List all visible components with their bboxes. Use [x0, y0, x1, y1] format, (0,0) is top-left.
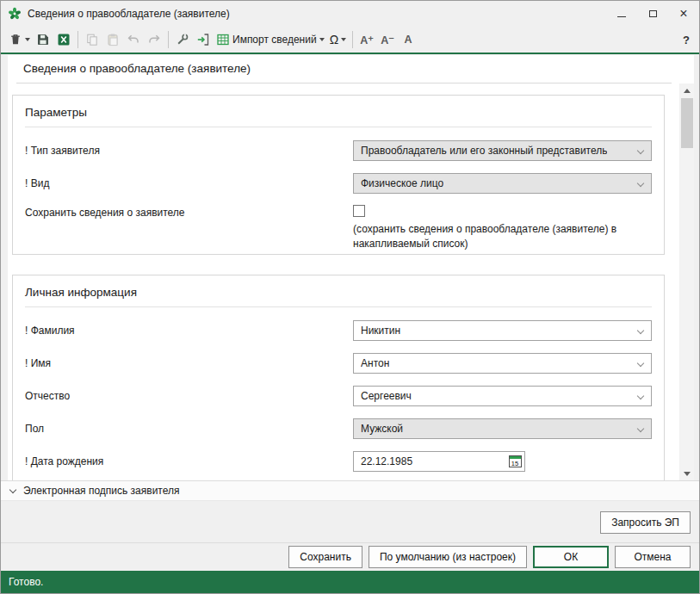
calendar-icon: 15 — [509, 455, 522, 467]
kind-dropdown[interactable]: Физическое лицо — [353, 173, 652, 194]
toolbar-separator — [77, 31, 78, 48]
signature-section-header[interactable]: Электронная подпись заявителя — [1, 480, 699, 501]
chevron-down-icon — [637, 425, 644, 432]
titlebar[interactable]: Сведения о правообладателе (заявителе) × — [1, 1, 699, 27]
patronymic-value: Сергеевич — [361, 390, 412, 402]
scroll-down-button[interactable] — [680, 467, 694, 480]
group-parameters-title: Параметры — [25, 96, 652, 119]
group-title-divider — [25, 306, 652, 307]
font-increase-icon: А⁺ — [360, 34, 374, 46]
defaults-button[interactable]: По умолчанию (из настроек) — [369, 546, 527, 568]
group-parameters: Параметры ! Тип заявителя Правообладател… — [12, 95, 665, 255]
save-applicant-control: (сохранить сведения о правообладателе (з… — [353, 205, 652, 251]
dropdown-caret-icon — [25, 38, 30, 41]
tools-button[interactable] — [172, 29, 193, 50]
save-applicant-label: Сохранить сведения о заявителе — [25, 205, 353, 219]
undo-button[interactable] — [123, 29, 144, 50]
applicant-type-label: ! Тип заявителя — [25, 145, 353, 157]
status-bar: Готово. — [1, 571, 699, 593]
help-button[interactable]: ? — [683, 34, 690, 46]
cancel-button[interactable]: Отмена — [615, 546, 691, 568]
minimize-button[interactable] — [606, 1, 637, 27]
undo-icon — [127, 33, 140, 46]
birthdate-label: ! Дата рождения — [25, 455, 353, 467]
lastname-label: ! Фамилия — [25, 325, 353, 337]
vertical-scrollbar[interactable] — [680, 84, 694, 480]
calendar-icon-day: 15 — [510, 461, 521, 467]
dropdown-caret-icon — [341, 38, 346, 41]
chevron-down-icon — [637, 147, 644, 154]
lastname-combobox[interactable]: Никитин — [353, 320, 652, 341]
maximize-icon — [649, 10, 657, 17]
form-row: ! Имя Антон — [25, 347, 652, 380]
birthdate-value: 22.12.1985 — [361, 455, 412, 467]
import-data-menu-button[interactable]: Импорт сведений — [214, 29, 327, 50]
wrench-icon — [176, 33, 189, 46]
import-icon — [196, 33, 210, 46]
copy-button[interactable] — [82, 29, 102, 50]
trash-icon — [9, 33, 22, 46]
scrollbar-thumb[interactable] — [681, 98, 693, 148]
form-row: Отчество Сергеевич — [25, 380, 652, 412]
redo-icon — [147, 33, 161, 46]
clear-button[interactable] — [6, 29, 33, 50]
form-scroll-area: Параметры ! Тип заявителя Правообладател… — [8, 84, 679, 480]
copy-icon — [85, 33, 99, 46]
form-row: ! Тип заявителя Правообладатель или его … — [25, 134, 652, 167]
patronymic-label: Отчество — [25, 390, 353, 402]
gender-dropdown[interactable]: Мужской — [353, 418, 652, 439]
page-header-panel: Сведения о правообладателе (заявителе) — [8, 55, 694, 84]
chevron-down-icon — [637, 180, 644, 187]
toolbar-separator — [352, 31, 353, 48]
toolbar-separator — [168, 31, 169, 48]
group-title-divider — [25, 127, 652, 127]
gender-label: Пол — [25, 423, 353, 435]
save-applicant-checkbox[interactable] — [353, 205, 365, 217]
dropdown-caret-icon — [319, 38, 325, 41]
save-file-button[interactable] — [33, 29, 53, 50]
omega-icon: Ω — [330, 33, 338, 46]
triangle-down-icon — [684, 472, 691, 476]
applicant-type-value: Правообладатель или его законный предста… — [361, 145, 607, 157]
chevron-down-icon — [637, 393, 644, 399]
calendar-button[interactable]: 15 — [505, 452, 524, 471]
patronymic-combobox[interactable]: Сергеевич — [353, 386, 652, 406]
status-text: Готово. — [9, 576, 43, 588]
lastname-value: Никитин — [361, 325, 400, 337]
save-button[interactable]: Сохранить — [288, 546, 362, 568]
redo-button[interactable] — [144, 29, 164, 50]
ok-button[interactable]: ОК — [533, 546, 609, 568]
form-row: Сохранить сведения о заявителе (сохранит… — [25, 200, 652, 257]
applicant-type-dropdown[interactable]: Правообладатель или его законный предста… — [353, 140, 652, 161]
birthdate-field[interactable]: 22.12.1985 15 — [353, 451, 525, 472]
scroll-up-button[interactable] — [680, 84, 694, 97]
close-button[interactable]: × — [668, 1, 699, 27]
special-symbols-button[interactable]: Ω — [327, 29, 349, 50]
firstname-combobox[interactable]: Антон — [353, 353, 652, 374]
paste-icon — [106, 33, 120, 46]
window-controls: × — [606, 1, 699, 27]
chevron-down-icon — [9, 486, 16, 492]
footer-buttons: Сохранить По умолчанию (из настроек) ОК … — [1, 542, 699, 571]
form-row: ! Фамилия Никитин — [25, 314, 652, 347]
kind-value: Физическое лицо — [361, 177, 443, 189]
floppy-disk-icon — [36, 33, 50, 46]
maximize-button[interactable] — [637, 1, 668, 27]
excel-export-button[interactable] — [53, 29, 74, 50]
green-table-icon — [216, 33, 230, 46]
import-button[interactable] — [193, 29, 214, 50]
gender-value: Мужской — [361, 423, 403, 435]
form-row: Пол Мужской — [25, 412, 652, 445]
font-increase-button[interactable]: А⁺ — [356, 29, 377, 50]
paste-button[interactable] — [102, 29, 123, 50]
font-decrease-button[interactable]: А⁻ — [377, 29, 398, 50]
form-row: ! Вид Физическое лицо — [25, 167, 652, 200]
font-reset-icon: А — [405, 34, 412, 46]
triangle-up-icon — [684, 89, 691, 93]
group-personal-title: Личная информация — [25, 275, 652, 299]
group-personal-info: Личная информация ! Фамилия Никитин ! Им… — [12, 275, 665, 480]
excel-icon — [57, 33, 71, 46]
chevron-down-icon — [637, 327, 644, 334]
font-reset-button[interactable]: А — [398, 29, 418, 50]
request-signature-button[interactable]: Запросить ЭП — [600, 511, 691, 534]
